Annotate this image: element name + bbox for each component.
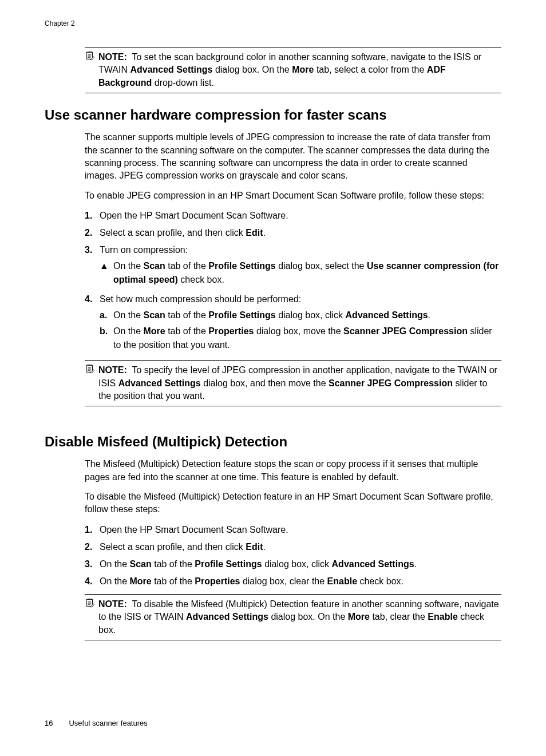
text-bold: Advanced Settings xyxy=(332,559,414,569)
text-bold: Enable xyxy=(428,612,457,622)
text: check box. xyxy=(357,576,403,586)
sub-list: ▲ On the Scan tab of the Profile Setting… xyxy=(100,259,501,287)
list-letter: a. xyxy=(100,308,113,322)
list-number: 3. xyxy=(85,557,100,571)
text: On the xyxy=(113,326,143,336)
note-text: NOTE: To specify the level of JPEG compr… xyxy=(98,364,501,402)
list-item: 1. Open the HP Smart Document Scan Softw… xyxy=(85,209,501,223)
text: On the xyxy=(100,559,129,569)
text: On the xyxy=(113,261,143,271)
text: dialog box, and then move the xyxy=(201,378,329,388)
text-bold: Profile Settings xyxy=(208,261,275,271)
list-item: 3. Turn on compression: ▲ On the Scan ta… xyxy=(85,243,501,289)
sub-list: a. On the Scan tab of the Profile Settin… xyxy=(100,308,501,352)
text-bold: More xyxy=(143,326,165,336)
paragraph: To disable the Misfeed (Multipick) Detec… xyxy=(85,490,501,516)
paragraph: The Misfeed (Multipick) Detection featur… xyxy=(85,458,501,484)
text-bold: Profile Settings xyxy=(208,310,275,320)
list-item: 2. Select a scan profile, and then click… xyxy=(85,540,501,554)
text: tab of the xyxy=(165,326,209,336)
text-bold: Advanced Settings xyxy=(186,612,268,622)
text: Select a scan profile, and then click xyxy=(100,228,246,238)
text: dialog box, click xyxy=(262,559,332,569)
section-heading: Use scanner hardware compression for fas… xyxy=(45,107,501,123)
note-icon xyxy=(85,598,95,608)
page-number: 16 xyxy=(45,719,53,727)
list-number: 3. xyxy=(85,243,100,289)
list-text: Select a scan profile, and then click Ed… xyxy=(100,540,501,554)
text: . xyxy=(263,228,265,238)
text: Select a scan profile, and then click xyxy=(100,542,246,552)
note-icon xyxy=(85,51,95,61)
text: dialog box. On the xyxy=(268,612,348,622)
list-text: On the Scan tab of the Profile Settings … xyxy=(100,557,501,571)
paragraph: To enable JPEG compression in an HP Smar… xyxy=(85,189,501,202)
sub-list-item: a. On the Scan tab of the Profile Settin… xyxy=(100,308,501,322)
text: Turn on compression: xyxy=(100,245,188,255)
note-text: NOTE: To set the scan background color i… xyxy=(98,51,501,89)
text: dialog box, clear the xyxy=(240,576,327,586)
text-bold: Edit xyxy=(246,542,263,552)
footer-title: Useful scanner features xyxy=(69,719,147,727)
text: tab, select a color from the xyxy=(314,65,426,74)
text: tab of the xyxy=(165,310,209,320)
list-text: Set how much compression should be perfo… xyxy=(100,292,501,354)
list-text: Turn on compression: ▲ On the Scan tab o… xyxy=(100,243,501,289)
text: Set how much compression should be perfo… xyxy=(100,294,301,304)
text: tab of the xyxy=(165,261,209,271)
text: dialog box, move the xyxy=(254,326,343,336)
text-bold: Advanced Settings xyxy=(130,65,212,74)
note-label: NOTE: xyxy=(98,52,127,62)
list-number: 2. xyxy=(85,540,100,554)
sub-list-text: On the Scan tab of the Profile Settings … xyxy=(113,308,501,322)
text-bold: Enable xyxy=(327,576,357,586)
note-box: NOTE: To specify the level of JPEG compr… xyxy=(85,360,501,406)
text: dialog box, select the xyxy=(276,261,367,271)
list-text: On the More tab of the Properties dialog… xyxy=(100,575,501,588)
list-letter: b. xyxy=(100,324,113,352)
sub-list-item: ▲ On the Scan tab of the Profile Setting… xyxy=(100,259,501,287)
ordered-list: 1. Open the HP Smart Document Scan Softw… xyxy=(85,523,501,588)
page-footer: 16Useful scanner features xyxy=(45,719,148,727)
text: dialog box, click xyxy=(276,310,346,320)
text-bold: Scan xyxy=(143,261,165,271)
text: . xyxy=(414,559,417,569)
text: dialog box. On the xyxy=(212,65,292,74)
text-bold: More xyxy=(129,576,151,586)
text-bold: Scanner JPEG Compression xyxy=(329,378,453,388)
text: . xyxy=(428,310,430,320)
text-bold: Scanner JPEG Compression xyxy=(343,326,468,336)
text-bold: Profile Settings xyxy=(195,559,262,569)
list-item: 3. On the Scan tab of the Profile Settin… xyxy=(85,557,501,571)
text-bold: Scan xyxy=(129,559,151,569)
text-bold: Edit xyxy=(246,228,263,238)
list-number: 2. xyxy=(85,226,100,240)
triangle-bullet: ▲ xyxy=(100,259,113,287)
list-number: 4. xyxy=(85,292,100,354)
note-box: NOTE: To set the scan background color i… xyxy=(85,47,501,93)
text: drop-down list. xyxy=(152,78,214,88)
text: tab of the xyxy=(152,559,195,569)
list-text: Open the HP Smart Document Scan Software… xyxy=(100,209,501,223)
sub-list-text: On the More tab of the Properties dialog… xyxy=(113,324,501,352)
list-item: 4. Set how much compression should be pe… xyxy=(85,292,501,354)
text: tab of the xyxy=(152,576,195,586)
note-label: NOTE: xyxy=(98,599,127,609)
chapter-header: Chapter 2 xyxy=(45,19,501,27)
text: On the xyxy=(100,576,129,586)
sub-list-text: On the Scan tab of the Profile Settings … xyxy=(113,259,501,287)
text-bold: Properties xyxy=(195,576,240,586)
list-item: 2. Select a scan profile, and then click… xyxy=(85,226,501,240)
text: On the xyxy=(113,310,143,320)
note-label: NOTE: xyxy=(98,365,127,375)
text: check box. xyxy=(178,275,224,284)
text-bold: More xyxy=(292,65,314,74)
note-text: NOTE: To disable the Misfeed (Multipick)… xyxy=(98,598,501,636)
text-bold: Properties xyxy=(208,326,254,336)
list-text: Select a scan profile, and then click Ed… xyxy=(100,226,501,240)
text-bold: Scan xyxy=(143,310,165,320)
ordered-list: 1. Open the HP Smart Document Scan Softw… xyxy=(85,209,501,354)
text-bold: Advanced Settings xyxy=(346,310,428,320)
list-number: 4. xyxy=(85,575,100,588)
paragraph: The scanner supports multiple levels of … xyxy=(85,131,501,183)
